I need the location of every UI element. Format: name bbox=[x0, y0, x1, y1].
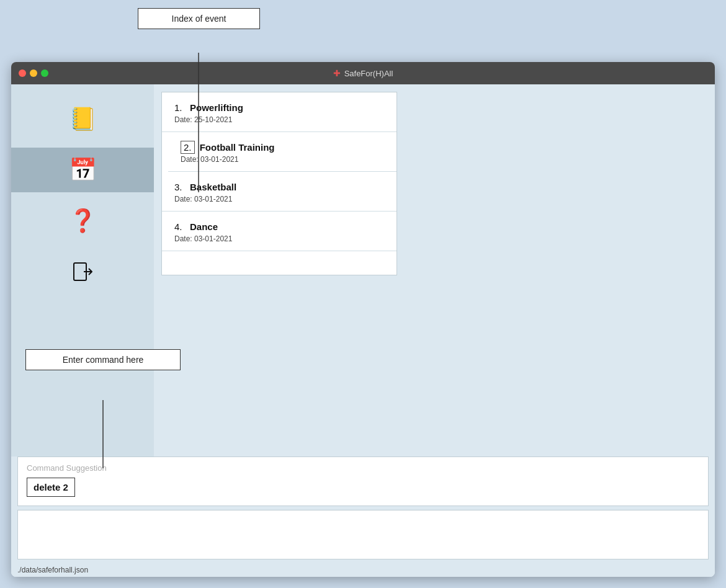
sidebar-item-contacts[interactable]: 📒 bbox=[11, 97, 154, 141]
event-item-3[interactable]: 3. Basketball Date: 03-01-2021 bbox=[162, 172, 397, 212]
close-button[interactable] bbox=[19, 69, 26, 77]
app-title: ✚ SafeFor(H)All bbox=[333, 68, 393, 78]
footer-path: ./data/safeforhall.json bbox=[11, 563, 715, 577]
event-date-4: Date: 03-01-2021 bbox=[174, 234, 384, 243]
app-window: ✚ SafeFor(H)All 📒 📅 ❓ bbox=[11, 62, 715, 577]
title-text: SafeFor(H)All bbox=[344, 69, 393, 78]
event-date-2: Date: 03-01-2021 bbox=[181, 155, 384, 164]
content-area: 1. Powerlifting Date: 25-10-2021 2. Foot… bbox=[154, 84, 442, 457]
output-area[interactable] bbox=[17, 510, 709, 559]
calendar-icon: 📅 bbox=[69, 159, 97, 181]
main-area: 📒 📅 ❓ bbox=[11, 84, 715, 457]
sidebar-item-calendar[interactable]: 📅 bbox=[11, 148, 154, 192]
event-list: 1. Powerlifting Date: 25-10-2021 2. Foot… bbox=[161, 92, 397, 275]
event-name-3: 3. Basketball bbox=[174, 182, 384, 192]
help-icon: ❓ bbox=[69, 210, 97, 232]
sidebar: 📒 📅 ❓ bbox=[11, 84, 154, 457]
title-plus-icon: ✚ bbox=[333, 68, 341, 78]
event-name-1: 1. Powerlifting bbox=[174, 102, 384, 113]
event-item-4[interactable]: 4. Dance Date: 03-01-2021 bbox=[162, 212, 397, 251]
event-name-4: 4. Dance bbox=[174, 221, 384, 232]
event-date-3: Date: 03-01-2021 bbox=[174, 195, 384, 203]
command-suggestion-area: Command Suggestion delete 2 bbox=[17, 457, 709, 506]
command-suggestion-label: Command Suggestion bbox=[27, 463, 699, 473]
logout-icon bbox=[71, 261, 94, 287]
traffic-lights bbox=[19, 69, 48, 77]
event-date-1: Date: 25-10-2021 bbox=[174, 115, 384, 124]
sidebar-item-help[interactable]: ❓ bbox=[11, 198, 154, 243]
sidebar-item-logout[interactable] bbox=[11, 249, 154, 298]
event-item-2[interactable]: 2. Football Training Date: 03-01-2021 bbox=[168, 132, 397, 172]
app-body: 📒 📅 ❓ bbox=[11, 84, 715, 577]
event-name-2: 2. Football Training bbox=[181, 142, 384, 153]
index-of-event-callout: Index of event bbox=[138, 8, 260, 29]
bottom-section: Command Suggestion delete 2 ./data/safef… bbox=[11, 457, 715, 577]
minimize-button[interactable] bbox=[30, 69, 37, 77]
contacts-icon: 📒 bbox=[69, 108, 97, 130]
event-item-empty bbox=[162, 251, 397, 275]
right-panel bbox=[442, 84, 715, 457]
event-item-1[interactable]: 1. Powerlifting Date: 25-10-2021 bbox=[162, 92, 397, 132]
title-bar: ✚ SafeFor(H)All bbox=[11, 62, 715, 84]
command-input[interactable]: delete 2 bbox=[27, 478, 75, 497]
maximize-button[interactable] bbox=[41, 69, 48, 77]
